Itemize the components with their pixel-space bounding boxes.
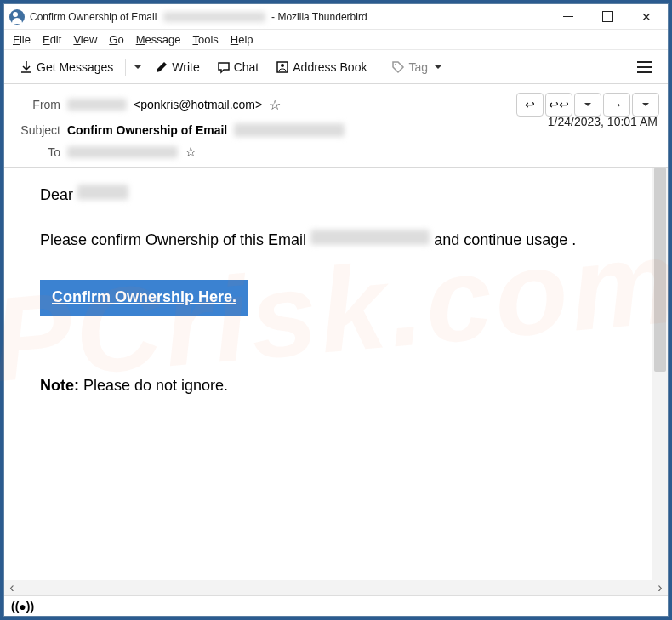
subject-label: Subject: [13, 123, 60, 137]
reply-button[interactable]: ↩: [516, 93, 544, 117]
app-window: Confirm Ownership of Email - Mozilla Thu…: [3, 3, 669, 617]
redacted-blur: [67, 146, 178, 158]
message-date: 1/24/2023, 10:01 AM: [548, 115, 658, 128]
scrollbar-thumb[interactable]: [654, 168, 666, 372]
scrollbar-track[interactable]: [20, 582, 652, 594]
svg-point-2: [395, 64, 396, 65]
title-bar[interactable]: Confirm Ownership of Email - Mozilla Thu…: [4, 4, 668, 30]
redacted-blur: [77, 185, 128, 200]
chevron-down-icon: [431, 60, 445, 74]
star-icon[interactable]: ☆: [269, 97, 281, 113]
minimize-button[interactable]: [549, 4, 588, 30]
to-label: To: [13, 145, 60, 159]
redacted-blur: [234, 123, 345, 137]
redacted-blur: [163, 12, 265, 22]
get-messages-button[interactable]: Get Messages: [13, 57, 120, 77]
tag-button[interactable]: Tag: [384, 57, 452, 77]
menu-view[interactable]: View: [73, 33, 97, 46]
menu-help[interactable]: Help: [231, 33, 253, 46]
hamburger-icon: [637, 61, 652, 73]
message-nav: ↩ ↩↩ →: [516, 93, 659, 117]
app-menu-button[interactable]: [630, 58, 659, 77]
menu-message[interactable]: Message: [136, 33, 181, 46]
gutter: [4, 168, 14, 580]
forward-dropdown[interactable]: [632, 93, 659, 117]
address-book-icon: [276, 60, 289, 74]
tag-icon: [391, 60, 405, 74]
greeting-line: Dear: [40, 185, 627, 206]
message-body: Dear Please confirm Ownership of this Em…: [14, 168, 652, 580]
subject-text: Confirm Ownership of Email: [67, 123, 227, 137]
get-messages-dropdown[interactable]: [131, 60, 145, 74]
status-bar: ((●)): [4, 595, 668, 616]
chat-button[interactable]: Chat: [210, 57, 266, 77]
download-icon: [20, 60, 33, 74]
message-body-pane: Dear Please confirm Ownership of this Em…: [4, 168, 668, 580]
menu-tools[interactable]: Tools: [192, 33, 218, 46]
forward-button[interactable]: →: [603, 93, 630, 117]
confirm-ownership-link[interactable]: Confirm Ownership Here.: [40, 280, 248, 315]
from-label: From: [13, 98, 60, 111]
close-button[interactable]: [627, 4, 666, 30]
redacted-blur: [67, 99, 127, 111]
window-title: Confirm Ownership of Email - Mozilla Thu…: [30, 11, 367, 23]
menu-go[interactable]: Go: [109, 33, 123, 46]
chat-icon: [217, 60, 231, 74]
scroll-right-button[interactable]: ›: [652, 580, 668, 595]
svg-point-1: [281, 64, 284, 67]
pencil-icon: [155, 60, 168, 74]
toolbar: Get Messages Write Chat Address Book Tag: [4, 50, 668, 84]
thunderbird-icon: [9, 9, 25, 25]
reply-dropdown[interactable]: [574, 93, 601, 117]
vertical-scrollbar[interactable]: [652, 168, 668, 580]
menu-edit[interactable]: Edit: [43, 33, 61, 46]
address-book-button[interactable]: Address Book: [269, 57, 373, 77]
menu-bar: File Edit View Go Message Tools Help: [4, 30, 668, 50]
write-button[interactable]: Write: [148, 57, 206, 77]
body-line-1: Please confirm Ownership of this Email a…: [40, 230, 627, 251]
redacted-blur: [310, 230, 430, 245]
reply-all-button[interactable]: ↩↩: [545, 93, 572, 117]
maximize-button[interactable]: [588, 4, 627, 30]
from-email[interactable]: <ponkris@hotmail.com>: [134, 98, 262, 111]
horizontal-scrollbar[interactable]: ‹ ›: [4, 580, 668, 595]
menu-file[interactable]: File: [13, 33, 31, 46]
star-icon[interactable]: ☆: [185, 144, 196, 160]
note-line: Note: Please do not ignore.: [40, 375, 627, 396]
message-headers: From <ponkris@hotmail.com> ☆ ↩ ↩↩ → Subj…: [4, 84, 668, 168]
scroll-left-button[interactable]: ‹: [4, 580, 20, 595]
connection-icon: ((●)): [11, 600, 34, 613]
